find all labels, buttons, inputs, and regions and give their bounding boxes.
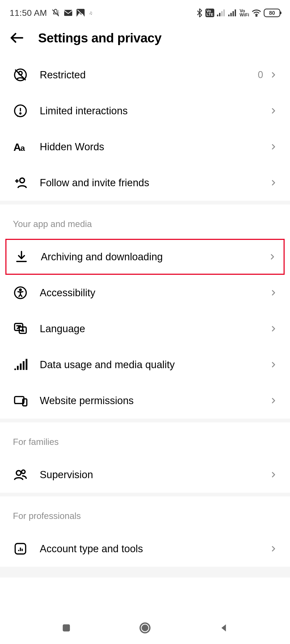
section-header-professionals: For professionals (0, 496, 290, 531)
restricted-icon (13, 67, 28, 82)
system-nav-bar (0, 612, 290, 644)
svg-rect-3 (219, 13, 220, 16)
section-header-families: For families (0, 422, 290, 457)
item-language[interactable]: Language (0, 311, 290, 347)
svg-rect-29 (17, 366, 19, 370)
nav-home-button[interactable] (138, 621, 152, 635)
chevron-right-icon (270, 361, 277, 368)
svg-rect-8 (233, 11, 234, 16)
svg-point-28 (14, 368, 16, 370)
svg-rect-32 (26, 359, 28, 370)
svg-point-16 (20, 113, 21, 114)
picture-icon (77, 9, 85, 17)
header: Settings and privacy (0, 24, 290, 57)
chevron-right-icon (270, 289, 277, 297)
item-restricted[interactable]: Restricted 0 (0, 57, 290, 93)
item-label: Accessibility (40, 287, 270, 299)
vowifi-icon: VoWiFi (240, 9, 249, 17)
svg-point-10 (256, 15, 257, 16)
status-time: 11:50 AM (10, 8, 47, 18)
silent-icon (51, 9, 60, 17)
item-label: Website permissions (40, 395, 270, 407)
chevron-right-icon (270, 545, 277, 552)
chevron-right-icon (270, 71, 277, 79)
mail-icon (64, 10, 72, 16)
svg-point-44 (142, 625, 148, 631)
svg-rect-6 (228, 14, 230, 16)
volte-icon: VoLTE (205, 9, 214, 17)
exclamation-chat-icon (13, 103, 28, 118)
item-label: Hidden Words (40, 141, 270, 153)
section-divider (0, 419, 290, 422)
section-header-app-media: Your app and media (0, 204, 290, 239)
chevron-right-icon (270, 471, 277, 478)
item-archiving-downloading[interactable]: Archiving and downloading (6, 240, 284, 274)
item-account-type-tools[interactable]: Account type and tools (0, 531, 290, 567)
item-label: Language (40, 323, 270, 335)
signal-icon-1 (217, 9, 226, 16)
item-data-usage[interactable]: Data usage and media quality (0, 347, 290, 383)
svg-text:A: A (13, 141, 21, 153)
item-accessibility[interactable]: Accessibility (0, 275, 290, 311)
add-friend-icon (13, 175, 28, 190)
item-website-permissions[interactable]: Website permissions (0, 383, 290, 419)
chevron-right-icon (270, 143, 277, 151)
nav-recents-button[interactable] (59, 621, 74, 635)
svg-point-37 (21, 470, 25, 474)
svg-point-19 (20, 178, 24, 183)
chevron-right-icon (270, 107, 277, 115)
status-bar: 11:50 AM ♫ VoLTE VoWiFi 80 (0, 0, 290, 24)
section-divider (0, 567, 290, 577)
svg-rect-0 (64, 10, 72, 16)
svg-rect-5 (223, 9, 225, 16)
cellular-bars-icon (13, 357, 28, 372)
signal-icon-2 (228, 9, 237, 16)
people-icon (13, 467, 28, 482)
battery-icon: 80 (264, 9, 280, 17)
back-button[interactable] (8, 28, 26, 47)
chevron-right-icon (270, 325, 277, 332)
battery-level: 80 (269, 10, 275, 16)
bluetooth-icon (196, 9, 203, 17)
status-right: VoLTE VoWiFi 80 (196, 9, 280, 17)
item-label: Supervision (40, 469, 270, 481)
music-icon: ♫ (89, 10, 93, 16)
section-divider (0, 201, 290, 204)
item-label: Restricted (40, 69, 258, 81)
item-follow-invite[interactable]: Follow and invite friends (0, 165, 290, 201)
svg-rect-42 (63, 624, 70, 632)
chevron-right-icon (269, 253, 276, 261)
svg-rect-7 (230, 13, 232, 16)
wifi-icon (252, 9, 261, 17)
item-hidden-words[interactable]: Aa Hidden Words (0, 129, 290, 165)
svg-rect-31 (23, 361, 25, 370)
svg-point-36 (16, 471, 21, 475)
chevron-right-icon (270, 397, 277, 404)
svg-rect-2 (217, 14, 218, 16)
devices-icon (13, 393, 28, 408)
accessibility-icon (13, 285, 28, 300)
svg-rect-30 (20, 364, 22, 370)
svg-rect-9 (235, 9, 236, 16)
svg-point-25 (20, 289, 21, 291)
section-divider (0, 493, 290, 496)
item-supervision[interactable]: Supervision (0, 457, 290, 493)
download-icon (14, 249, 29, 264)
text-aa-icon: Aa (13, 139, 28, 154)
svg-text:a: a (20, 144, 25, 152)
item-limited-interactions[interactable]: Limited interactions (0, 93, 290, 129)
chevron-right-icon (270, 179, 277, 186)
page-title: Settings and privacy (38, 31, 161, 45)
svg-rect-4 (221, 11, 223, 16)
item-label: Archiving and downloading (41, 251, 269, 263)
status-left: 11:50 AM ♫ (10, 8, 93, 18)
item-value: 0 (258, 69, 263, 80)
item-label: Account type and tools (40, 543, 270, 555)
chart-icon (13, 541, 28, 556)
nav-back-button[interactable] (216, 621, 231, 635)
language-icon (13, 321, 28, 336)
item-label: Follow and invite friends (40, 177, 270, 189)
item-label: Limited interactions (40, 105, 270, 117)
highlighted-item-archiving: Archiving and downloading (5, 239, 285, 275)
item-label: Data usage and media quality (40, 359, 270, 371)
